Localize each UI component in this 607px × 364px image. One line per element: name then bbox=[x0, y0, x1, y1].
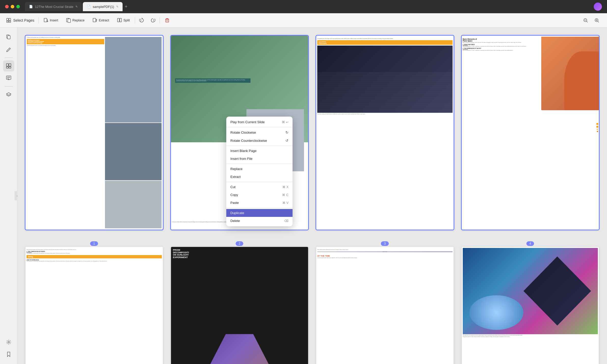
split-button[interactable]: Split bbox=[114, 17, 133, 24]
traffic-lights bbox=[0, 5, 20, 8]
rotate-ccw-button[interactable] bbox=[148, 16, 157, 24]
svg-rect-15 bbox=[120, 18, 122, 22]
menu-item-cut[interactable]: Cut ⌘X bbox=[226, 183, 293, 191]
menu-item-delete[interactable]: Delete ⌫ bbox=[226, 217, 293, 225]
tab-active-label: samplePDF(1) bbox=[93, 5, 114, 9]
svg-rect-32 bbox=[6, 67, 8, 68]
menu-shortcut-cut: ⌘X bbox=[282, 185, 288, 189]
extract-label: Extract bbox=[99, 18, 109, 22]
menu-item-insert-file[interactable]: Insert from File bbox=[226, 155, 293, 163]
svg-rect-14 bbox=[117, 18, 119, 22]
sidebar-icon-settings[interactable] bbox=[3, 337, 14, 348]
menu-shortcut-paste: ⌘V bbox=[282, 201, 288, 205]
svg-line-27 bbox=[598, 21, 599, 22]
replace-button[interactable]: Replace bbox=[63, 17, 88, 24]
menu-label-cut: Cut bbox=[230, 185, 235, 189]
select-pages-label: Select Pages bbox=[13, 18, 34, 22]
main-area: › Combined with practical cases, the bui… bbox=[0, 27, 607, 364]
svg-rect-10 bbox=[93, 18, 96, 22]
zoom-out-button[interactable] bbox=[582, 16, 590, 24]
sidebar-icon-pages[interactable] bbox=[3, 32, 14, 43]
page-thumb-6[interactable]: PRISMDECOMPOSITION SUNLIGHTEXPERIMENT Th… bbox=[171, 247, 308, 364]
page-wrapper-3: ≡ ▾ 3 The specific point of the image ca… bbox=[316, 36, 454, 239]
menu-item-rotate-cw[interactable]: Rotate Clockwise ↻ bbox=[226, 128, 293, 136]
svg-rect-2 bbox=[7, 21, 8, 22]
sidebar-icon-annotations[interactable] bbox=[3, 73, 14, 84]
menu-label-rotate-cw: Rotate Clockwise bbox=[230, 131, 256, 134]
menu-item-rotate-ccw[interactable]: Rotate Counterclockwise ↺ bbox=[226, 136, 293, 145]
rotate-ccw-menu-icon: ↺ bbox=[285, 138, 288, 143]
page-thumb-1[interactable]: Combined with practical cases, the build… bbox=[25, 36, 163, 230]
menu-label-duplicate: Duplicate bbox=[230, 211, 244, 215]
delete-button[interactable] bbox=[162, 17, 173, 24]
sidebar-icon-layers[interactable] bbox=[3, 89, 14, 100]
svg-rect-18 bbox=[166, 19, 169, 22]
titlebar: 📄 12The Most Crucial Strate ✎ 📄 samplePD… bbox=[0, 0, 607, 13]
page-thumb-4[interactable]: ≡ ▾ 4 Basic Elements ofPlane Space Any a… bbox=[462, 36, 599, 230]
sidebar-icon-edit[interactable] bbox=[3, 44, 14, 55]
replace-icon bbox=[66, 18, 71, 23]
rotate-clockwise-icon bbox=[139, 18, 144, 23]
context-menu: Play from Current Slide ⌘↩ Rotate Clockw… bbox=[226, 117, 293, 226]
page-thumb-5[interactable]: Points also have dominant and recessive … bbox=[25, 247, 163, 364]
menu-label-replace: Replace bbox=[230, 167, 243, 171]
zoom-in-button[interactable] bbox=[593, 16, 601, 24]
page-thumb-3[interactable]: ≡ ▾ 3 The specific point of the image ca… bbox=[316, 36, 454, 230]
fullscreen-button[interactable] bbox=[16, 5, 20, 8]
svg-rect-1 bbox=[9, 18, 11, 21]
sidebar-icon-thumbnails[interactable] bbox=[3, 60, 14, 72]
menu-item-duplicate[interactable]: Duplicate bbox=[226, 209, 293, 217]
page-wrapper-1: Combined with practical cases, the build… bbox=[25, 36, 163, 239]
menu-item-paste[interactable]: Paste ⌘V bbox=[226, 199, 293, 207]
menu-shortcut-copy: ⌘C bbox=[282, 193, 288, 197]
menu-label-extract: Extract bbox=[230, 175, 241, 179]
menu-item-play[interactable]: Play from Current Slide ⌘↩ bbox=[226, 118, 293, 126]
rotate-cw-button[interactable] bbox=[137, 16, 146, 24]
replace-label: Replace bbox=[72, 18, 85, 22]
page-number-2: 2 bbox=[235, 241, 243, 246]
tab-add-button[interactable]: + bbox=[123, 3, 130, 10]
page-thumb-8[interactable]: This experiment can be repeated over and… bbox=[462, 247, 599, 364]
svg-rect-29 bbox=[8, 36, 10, 39]
menu-separator-4 bbox=[226, 182, 293, 182]
menu-item-extract[interactable]: Extract bbox=[226, 173, 293, 181]
sidebar-divider-2 bbox=[5, 86, 13, 87]
menu-shortcut-delete: ⌫ bbox=[284, 219, 288, 223]
page-wrapper-4: ≡ ▾ 4 Basic Elements ofPlane Space Any a… bbox=[462, 36, 599, 239]
page-thumb-7[interactable]: These studies show that mathematics and … bbox=[316, 247, 454, 364]
extract-icon bbox=[93, 18, 97, 23]
page-wrapper-6: PRISMDECOMPOSITION SUNLIGHTEXPERIMENT Th… bbox=[171, 247, 308, 364]
svg-line-23 bbox=[587, 21, 588, 22]
tab-inactive[interactable]: 📄 12The Most Crucial Strate ✎ bbox=[25, 2, 82, 11]
rotate-cw-menu-icon: ↻ bbox=[285, 130, 288, 134]
close-button[interactable] bbox=[5, 5, 9, 8]
svg-rect-30 bbox=[6, 64, 8, 66]
split-label: Split bbox=[123, 18, 130, 22]
menu-item-replace[interactable]: Replace bbox=[226, 165, 293, 173]
menu-separator-3 bbox=[226, 164, 293, 164]
sidebar-icon-bookmark[interactable] bbox=[3, 349, 14, 360]
svg-rect-4 bbox=[44, 18, 47, 22]
insert-button[interactable]: Insert bbox=[41, 17, 61, 24]
svg-rect-9 bbox=[68, 19, 71, 22]
sidebar-divider-1 bbox=[5, 58, 13, 58]
split-icon bbox=[117, 18, 122, 23]
svg-rect-16 bbox=[139, 19, 141, 21]
svg-rect-31 bbox=[9, 64, 11, 66]
menu-label-paste: Paste bbox=[230, 201, 239, 205]
extract-button[interactable]: Extract bbox=[90, 17, 112, 24]
select-pages-icon bbox=[6, 18, 11, 23]
menu-shortcut-play: ⌘↩ bbox=[282, 120, 288, 124]
menu-separator-1 bbox=[226, 127, 293, 127]
toolbar-divider-2 bbox=[135, 17, 135, 23]
menu-item-insert-blank[interactable]: Insert Blank Page bbox=[226, 147, 293, 155]
tab-active[interactable]: 📄 samplePDF(1) ✎ bbox=[83, 2, 123, 11]
svg-rect-33 bbox=[9, 67, 11, 68]
avatar bbox=[594, 3, 602, 11]
menu-item-copy[interactable]: Copy ⌘C bbox=[226, 191, 293, 199]
minimize-button[interactable] bbox=[11, 5, 14, 8]
menu-label-copy: Copy bbox=[230, 193, 238, 197]
page-wrapper-8: This experiment can be repeated over and… bbox=[462, 247, 599, 364]
page-wrapper-7: These studies show that mathematics and … bbox=[316, 247, 454, 364]
menu-separator-2 bbox=[226, 146, 293, 146]
